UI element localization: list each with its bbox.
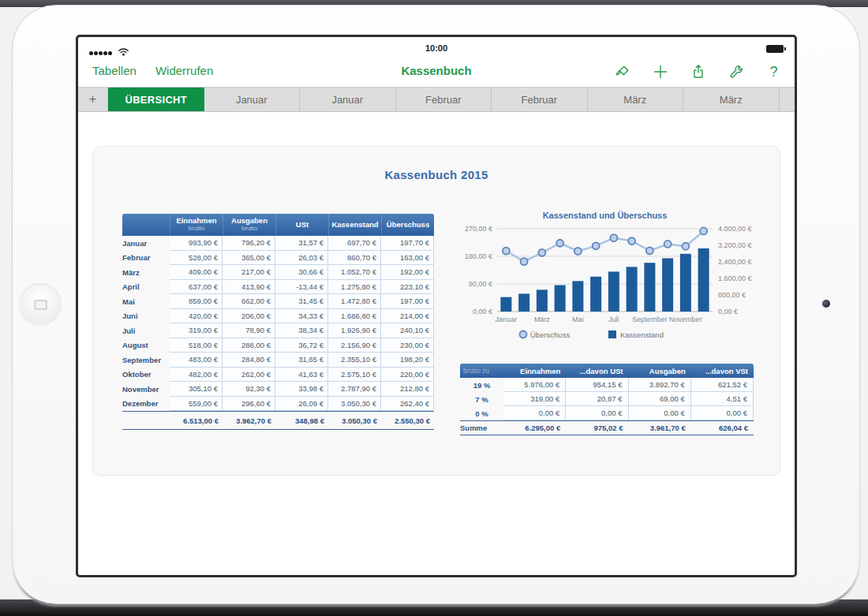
help-icon[interactable]: ? — [765, 63, 782, 80]
add-sheet-tab-button[interactable]: + — [78, 88, 108, 111]
table-cell[interactable]: 528,00 € — [170, 251, 223, 266]
table-cell[interactable]: 1.275,80 € — [328, 280, 381, 295]
table-cell[interactable]: 1.926,90 € — [328, 323, 381, 338]
table-cell[interactable]: 217,00 € — [223, 265, 275, 280]
sheet-tab-übersicht-0[interactable]: ÜBERSICHT — [108, 88, 204, 111]
row-header[interactable]: Juli — [122, 323, 170, 338]
column-header[interactable]: Ausgabenbrutto — [223, 214, 275, 236]
table-cell[interactable]: 3.050,30 € — [328, 397, 381, 412]
table-cell[interactable]: 36,72 € — [275, 338, 328, 353]
home-button[interactable] — [19, 283, 62, 326]
table-cell[interactable]: 954,15 € — [566, 378, 628, 392]
table-cell[interactable]: 5.976,00 € — [503, 378, 566, 392]
tools-wrench-icon[interactable] — [728, 63, 744, 80]
table-cell[interactable]: 92,30 € — [223, 382, 275, 397]
table-cell[interactable]: 1.472,80 € — [328, 294, 381, 309]
table-cell[interactable]: 30,66 € — [275, 265, 328, 280]
sum-cell[interactable]: 6.513,00 € — [170, 412, 223, 429]
share-icon[interactable] — [690, 63, 706, 80]
sheet-tab-märz-5[interactable]: März — [588, 88, 684, 111]
sheet-tab-februar-3[interactable]: Februar — [396, 88, 492, 111]
table-cell[interactable]: 796,20 € — [223, 236, 275, 251]
table-cell[interactable]: 230,00 € — [381, 338, 434, 353]
table-cell[interactable]: 26,03 € — [275, 251, 328, 266]
table-cell[interactable]: 69,00 € — [629, 392, 691, 406]
sum-cell[interactable]: 348,98 € — [275, 412, 328, 429]
table-cell[interactable]: 284,80 € — [223, 353, 275, 368]
table-cell[interactable]: 262,40 € — [381, 397, 434, 412]
table-cell[interactable]: 220,00 € — [381, 368, 434, 383]
table-cell[interactable]: 0,00 € — [503, 406, 566, 420]
table-cell[interactable]: -13,44 € — [275, 280, 328, 295]
table-cell[interactable]: 420,00 € — [170, 309, 223, 324]
table-cell[interactable]: 26,09 € — [275, 397, 328, 412]
row-header[interactable]: März — [122, 265, 170, 280]
table-cell[interactable]: 860,70 € — [328, 251, 381, 266]
table-cell[interactable]: 559,00 € — [170, 397, 223, 412]
row-header[interactable]: Januar — [122, 236, 170, 251]
sum-cell[interactable]: 3.962,70 € — [223, 412, 275, 429]
table-cell[interactable]: 305,10 € — [170, 382, 223, 397]
row-header[interactable]: 7 % — [460, 392, 503, 406]
table-cell[interactable]: 0,00 € — [566, 406, 628, 420]
table-cell[interactable]: 38,34 € — [275, 323, 328, 338]
row-header[interactable]: August — [122, 338, 170, 353]
row-header[interactable]: 0 % — [460, 406, 503, 420]
column-header[interactable]: ...davon USt — [566, 364, 628, 378]
table-cell[interactable]: 1.052,70 € — [328, 265, 381, 280]
table-cell[interactable]: 34,33 € — [275, 309, 328, 324]
table-cell[interactable]: 482,00 € — [170, 368, 223, 383]
column-header[interactable]: Einnahmen — [503, 364, 566, 378]
table-cell[interactable]: 409,00 € — [170, 265, 223, 280]
add-icon[interactable] — [652, 63, 668, 80]
column-header[interactable]: USt — [275, 214, 328, 236]
table-cell[interactable]: 859,00 € — [170, 294, 223, 309]
table-cell[interactable]: 993,90 € — [170, 236, 223, 251]
table-cell[interactable]: 2.156,90 € — [328, 338, 381, 353]
sum-cell[interactable]: 3.050,30 € — [328, 412, 381, 429]
sheet-tab-märz-6[interactable]: März — [683, 88, 780, 111]
table-cell[interactable]: 2.787,90 € — [328, 382, 381, 397]
table-cell[interactable]: 483,00 € — [170, 353, 223, 368]
table-cell[interactable]: 20,87 € — [566, 392, 628, 406]
table-cell[interactable]: 637,00 € — [170, 280, 223, 295]
table-cell[interactable]: 518,00 € — [170, 338, 223, 353]
table-cell[interactable]: 319,00 € — [170, 323, 223, 338]
table-cell[interactable]: 296,60 € — [223, 397, 275, 412]
column-header[interactable]: Überschuss — [381, 214, 434, 236]
table-cell[interactable]: 413,90 € — [223, 280, 275, 295]
sheet-tab-januar-2[interactable]: Januar — [300, 88, 396, 111]
column-header[interactable]: Einnahmenbrutto — [170, 214, 223, 236]
row-header[interactable]: November — [122, 382, 170, 397]
kassenstand-chart[interactable]: Kassenstand und Überschuss270,00 €180,00… — [448, 208, 764, 349]
table-cell[interactable]: 1.686,80 € — [328, 309, 381, 324]
table-cell[interactable]: 2.575,10 € — [328, 368, 381, 383]
table-cell[interactable]: 192,00 € — [381, 265, 434, 280]
table-cell[interactable]: 41,63 € — [275, 368, 328, 383]
sum-cell[interactable]: 2.550,30 € — [381, 412, 434, 429]
row-header[interactable]: September — [122, 353, 170, 368]
table-cell[interactable]: 621,52 € — [691, 378, 754, 392]
table-cell[interactable]: 212,80 € — [381, 382, 434, 397]
table-cell[interactable]: 262,00 € — [223, 368, 275, 383]
table-cell[interactable]: 198,20 € — [381, 353, 434, 368]
table-cell[interactable]: 662,00 € — [223, 294, 275, 309]
table-cell[interactable]: 78,90 € — [223, 323, 275, 338]
table-cell[interactable]: 3.892,70 € — [629, 378, 691, 392]
sum-cell[interactable]: 975,02 € — [566, 421, 628, 435]
table-cell[interactable]: 0,00 € — [691, 406, 754, 420]
table-cell[interactable]: 319,00 € — [503, 392, 566, 406]
table-cell[interactable]: 288,00 € — [223, 338, 275, 353]
table-cell[interactable]: 240,10 € — [381, 323, 434, 338]
table-cell[interactable]: 197,00 € — [381, 294, 434, 309]
table-cell[interactable]: 214,00 € — [381, 309, 434, 324]
row-header[interactable]: Mai — [122, 294, 170, 309]
table-cell[interactable]: 223,10 € — [381, 280, 434, 295]
row-header[interactable]: Februar — [122, 251, 170, 266]
table-cell[interactable]: 31,65 € — [275, 353, 328, 368]
row-header[interactable]: April — [122, 280, 170, 295]
column-header[interactable]: Ausgaben — [629, 364, 691, 378]
table-cell[interactable]: 4,51 € — [691, 392, 754, 406]
table-cell[interactable]: 2.355,10 € — [328, 353, 381, 368]
sum-cell[interactable]: 626,04 € — [691, 421, 754, 435]
